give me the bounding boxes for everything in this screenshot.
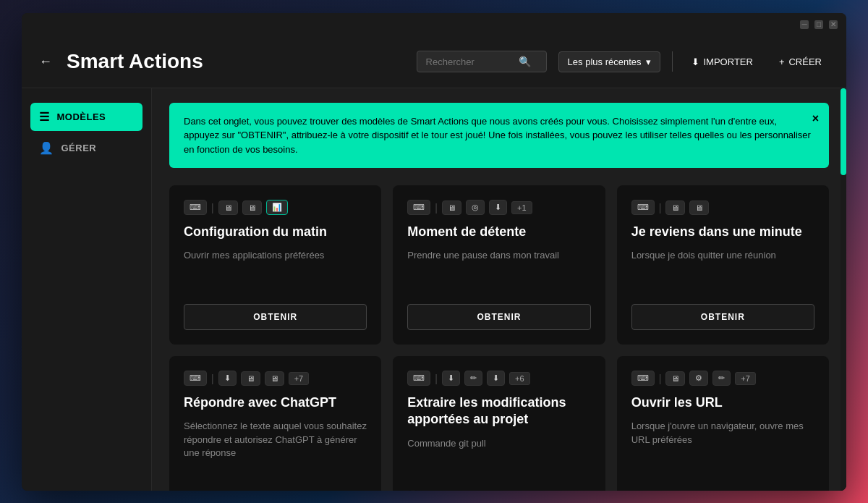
card-5-badge: +6 (509, 372, 530, 385)
card-6-badge: +7 (735, 372, 756, 385)
search-icon: 🔍 (519, 56, 531, 67)
sidebar-item-gerer[interactable]: 👤 GÉRER (30, 134, 142, 162)
close-button[interactable]: ✕ (829, 20, 838, 29)
search-box[interactable]: 🔍 (417, 51, 547, 72)
scrollbar-track[interactable] (841, 88, 846, 491)
card-4-description: Sélectionnez le texte auquel vous souhai… (184, 420, 367, 490)
banner-text: Dans cet onglet, vous pouvez trouver des… (184, 116, 811, 155)
manage-icon: 👤 (39, 141, 54, 155)
body-layout: ☰ MODÈLES 👤 GÉRER Dans cet onglet, vous … (22, 88, 846, 491)
card-6-icons: ⌨ | 🖥 ⚙ ✏ +7 (631, 371, 814, 386)
card-1-icon-keyboard: ⌨ (184, 200, 207, 215)
card-3-icons: ⌨ | 🖥 🖥 (631, 200, 814, 215)
card-reviens-minute: ⌨ | 🖥 🖥 Je reviens dans une minute Lorsq… (617, 185, 829, 345)
card-4-divider: | (211, 373, 214, 384)
card-2-icon-keyboard: ⌨ (407, 200, 430, 215)
sort-button[interactable]: Les plus récentes ▾ (558, 51, 660, 72)
card-1-icons: ⌨ | 🖥 🖥 📊 (184, 200, 367, 215)
sort-label: Les plus récentes (568, 56, 642, 67)
card-4-badge: +7 (289, 372, 310, 385)
card-3-divider: | (659, 202, 662, 214)
card-2-title: Moment de détente (407, 224, 590, 240)
card-3-title: Je reviens dans une minute (631, 224, 814, 240)
card-2-icons: ⌨ | 🖥 ◎ ⬇ +1 (407, 200, 590, 215)
main-content: Dans cet onglet, vous pouvez trouver des… (152, 88, 846, 491)
card-configuration-matin: ⌨ | 🖥 🖥 📊 Configuration du matin Ouvrir … (169, 185, 381, 345)
card-3-icon-screen2: 🖥 (689, 200, 709, 215)
create-label: CRÉER (788, 56, 822, 67)
card-6-icon-pen: ✏ (712, 371, 731, 386)
card-2-description: Prendre une pause dans mon travail (407, 249, 590, 295)
header: ← Smart Actions 🔍 Les plus récentes ▾ ⬇ … (22, 36, 846, 88)
card-2-icon-screen: 🖥 (442, 200, 461, 215)
import-icon: ⬇ (692, 56, 699, 67)
card-6-icon-screen: 🖥 (665, 371, 685, 386)
card-2-badge: +1 (511, 201, 532, 214)
card-2-icon-download: ⬇ (489, 200, 507, 215)
card-3-icon-keyboard: ⌨ (631, 200, 655, 215)
card-moment-detente: ⌨ | 🖥 ◎ ⬇ +1 Moment de détente Prendre u… (393, 185, 605, 345)
import-button[interactable]: ⬇ IMPORTER (684, 52, 760, 72)
chevron-down-icon: ▾ (646, 56, 651, 67)
create-button[interactable]: + CRÉER (772, 52, 829, 72)
card-5-title: Extraire les modifications apportées au … (407, 394, 590, 428)
info-banner: Dans cet onglet, vous pouvez trouver des… (169, 103, 829, 169)
card-4-icon-screen2: 🖥 (265, 371, 284, 386)
sidebar: ☰ MODÈLES 👤 GÉRER (22, 88, 152, 491)
sidebar-item-gerer-label: GÉRER (61, 143, 97, 153)
card-chatgpt: ⌨ | ⬇ 🖥 🖥 +7 Répondre avec ChatGPT Sélec… (169, 356, 381, 491)
back-button[interactable]: ← (39, 54, 52, 69)
card-5-description: Commande git pull (407, 437, 590, 481)
card-3-icon-screen: 🖥 (665, 200, 685, 215)
card-5-icon-pen: ✏ (464, 371, 482, 386)
card-5-icon-download: ⬇ (442, 371, 460, 386)
main-wrapper: Dans cet onglet, vous pouvez trouver des… (152, 88, 846, 491)
titlebar: ─ □ ✕ (22, 13, 846, 36)
card-3-obtain-button[interactable]: OBTENIR (631, 304, 814, 330)
minimize-button[interactable]: ─ (800, 20, 809, 29)
card-3-description: Lorsque je dois quitter une réunion (631, 249, 814, 295)
banner-close-button[interactable]: × (812, 110, 819, 127)
card-1-title: Configuration du matin (184, 224, 367, 240)
scrollbar-thumb[interactable] (841, 88, 846, 175)
card-5-icons: ⌨ | ⬇ ✏ ⬇ +6 (407, 371, 590, 386)
card-ouvrir-url: ⌨ | 🖥 ⚙ ✏ +7 Ouvrir les URL Lorsque j'ou… (617, 356, 829, 491)
card-1-divider: | (211, 202, 214, 214)
maximize-button[interactable]: □ (814, 20, 823, 29)
card-5-icon-keyboard: ⌨ (407, 371, 430, 386)
search-input[interactable] (426, 56, 513, 67)
sidebar-item-modeles[interactable]: ☰ MODÈLES (30, 103, 142, 131)
card-2-divider: | (435, 202, 438, 214)
header-divider (672, 51, 673, 72)
card-extraire-modifications: ⌨ | ⬇ ✏ ⬇ +6 Extraire les modifications … (393, 356, 605, 491)
card-1-obtain-button[interactable]: OBTENIR (184, 304, 367, 330)
card-1-icon-screen2: 🖥 (242, 200, 262, 215)
card-1-icon-excel: 📊 (266, 200, 288, 215)
models-icon: ☰ (39, 110, 50, 124)
card-2-icon-circle: ◎ (466, 200, 485, 215)
card-5-comment-icon: 💬 (407, 490, 419, 491)
main-window: ─ □ ✕ ← Smart Actions 🔍 Les plus récente… (22, 13, 846, 491)
card-5-icon-download2: ⬇ (487, 371, 505, 386)
card-1-icon-screen: 🖥 (218, 200, 238, 215)
card-2-obtain-button[interactable]: OBTENIR (407, 304, 590, 330)
card-6-title: Ouvrir les URL (631, 394, 814, 411)
card-4-icons: ⌨ | ⬇ 🖥 🖥 +7 (184, 371, 367, 386)
card-4-title: Répondre avec ChatGPT (184, 394, 367, 411)
card-4-icon-keyboard: ⌨ (184, 371, 207, 386)
import-label: IMPORTER (704, 56, 753, 67)
page-title: Smart Actions (67, 50, 405, 73)
card-6-description: Lorsque j'ouvre un navigateur, ouvre mes… (631, 420, 814, 490)
card-6-divider: | (659, 373, 662, 384)
cards-grid: ⌨ | 🖥 🖥 📊 Configuration du matin Ouvrir … (169, 185, 829, 491)
card-1-description: Ouvrir mes applications préférées (184, 249, 367, 295)
card-5-divider: | (435, 373, 438, 384)
sidebar-item-modeles-label: MODÈLES (57, 111, 106, 122)
card-4-icon-screen: 🖥 (241, 371, 260, 386)
create-icon: + (779, 56, 785, 67)
card-6-icon-keyboard: ⌨ (631, 371, 655, 386)
card-4-icon-download: ⬇ (218, 371, 237, 386)
card-6-icon-gear: ⚙ (689, 371, 708, 386)
